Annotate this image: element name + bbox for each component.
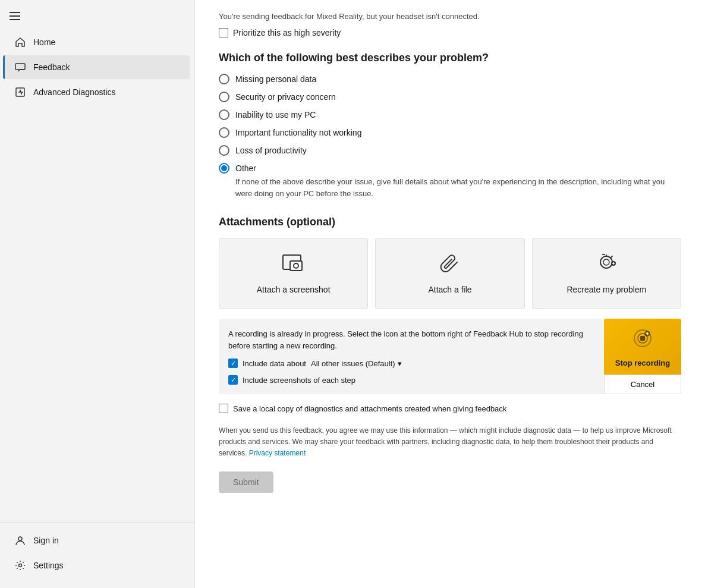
sidebar-item-advanced-diagnostics[interactable]: Advanced Diagnostics <box>5 80 190 104</box>
feedback-icon <box>14 61 26 73</box>
include-data-dropdown[interactable]: All other issues (Default) ▾ <box>311 359 402 368</box>
svg-point-5 <box>18 537 22 540</box>
save-copy-label: Save a local copy of diagnostics and att… <box>233 404 506 413</box>
severity-checkbox[interactable] <box>219 28 228 37</box>
stop-recording-icon <box>631 326 654 355</box>
svg-point-10 <box>600 256 612 268</box>
include-screenshots-row: Include screenshots of each step <box>228 375 595 385</box>
radio-circle-other <box>219 163 229 174</box>
hamburger-menu[interactable] <box>0 5 194 29</box>
radio-label-functionality: Important functionality not working <box>235 128 361 137</box>
svg-point-6 <box>19 564 22 567</box>
radio-important-functionality[interactable]: Important functionality not working <box>219 127 681 138</box>
sidebar-item-settings-label: Settings <box>33 561 64 570</box>
sidebar: Home Feedback Advanced Diagnostics <box>0 0 195 588</box>
attachments-heading: Attachments (optional) <box>219 216 681 228</box>
attach-file-label: Attach a file <box>428 285 471 294</box>
cancel-button[interactable]: Cancel <box>604 375 681 394</box>
svg-rect-0 <box>10 12 20 13</box>
attach-file-button[interactable]: Attach a file <box>375 238 524 309</box>
radio-inability[interactable]: Inability to use my PC <box>219 109 681 120</box>
radio-label-productivity: Loss of productivity <box>235 146 307 155</box>
recording-message: A recording is already in progress. Sele… <box>228 328 595 351</box>
other-description: If none of the above describe your issue… <box>235 176 681 199</box>
diagnostics-icon <box>14 86 26 98</box>
include-data-checkbox[interactable] <box>228 359 238 368</box>
radio-label-missing: Missing personal data <box>235 74 316 84</box>
radio-loss-productivity[interactable]: Loss of productivity <box>219 145 681 156</box>
radio-circle-missing <box>219 74 229 84</box>
save-copy-checkbox[interactable] <box>219 404 228 413</box>
svg-rect-2 <box>10 19 20 20</box>
radio-circle-productivity <box>219 145 229 156</box>
sidebar-item-sign-in[interactable]: Sign in <box>5 529 190 552</box>
screenshot-icon <box>282 253 306 279</box>
attach-screenshot-label: Attach a screenshot <box>257 285 331 294</box>
settings-icon <box>14 559 26 571</box>
radio-label-inability: Inability to use my PC <box>235 110 316 120</box>
radio-circle-functionality <box>219 127 229 138</box>
sidebar-bottom: Sign in Settings <box>0 522 194 583</box>
attach-screenshot-button[interactable]: Attach a screenshot <box>219 238 368 309</box>
privacy-link[interactable]: Privacy statement <box>249 449 306 457</box>
include-screenshots-checkbox[interactable] <box>228 375 238 385</box>
svg-rect-19 <box>640 336 645 341</box>
sidebar-item-home[interactable]: Home <box>5 30 190 54</box>
recreate-problem-label: Recreate my problem <box>566 285 646 294</box>
severity-label: Prioritize this as high severity <box>233 28 341 37</box>
radio-group: Missing personal data Security or privac… <box>219 74 681 199</box>
sidebar-item-advanced-diagnostics-label: Advanced Diagnostics <box>33 87 116 97</box>
include-data-label: Include data about <box>243 359 306 368</box>
problem-heading: Which of the following best describes yo… <box>219 52 681 64</box>
svg-rect-3 <box>15 64 25 70</box>
radio-other-container: Other If none of the above describe your… <box>219 163 681 199</box>
home-icon <box>14 36 26 48</box>
sidebar-nav: Home Feedback Advanced Diagnostics <box>0 29 194 522</box>
radio-security-privacy[interactable]: Security or privacy concern <box>219 92 681 102</box>
radio-label-other: Other <box>235 163 256 173</box>
file-icon <box>439 253 461 279</box>
stop-recording-button[interactable]: Stop recording <box>604 319 681 375</box>
submit-button[interactable]: Submit <box>219 471 273 493</box>
attachments-row: Attach a screenshot Attach a file <box>219 238 681 309</box>
person-icon <box>14 534 26 546</box>
svg-point-11 <box>603 259 609 265</box>
stop-recording-container: Stop recording Cancel <box>604 319 681 394</box>
sidebar-item-home-label: Home <box>33 37 55 47</box>
top-message: You're sending feedback for Mixed Realit… <box>219 12 681 21</box>
sidebar-item-sign-in-label: Sign in <box>33 536 59 545</box>
radio-label-security: Security or privacy concern <box>235 92 336 102</box>
sidebar-item-feedback[interactable]: Feedback <box>3 55 190 79</box>
radio-other[interactable]: Other <box>219 163 681 174</box>
save-copy-row: Save a local copy of diagnostics and att… <box>219 404 681 413</box>
severity-row: Prioritize this as high severity <box>219 28 681 37</box>
legal-text: When you send us this feedback, you agre… <box>219 425 681 460</box>
include-data-row: Include data about All other issues (Def… <box>228 359 595 368</box>
radio-missing-personal-data[interactable]: Missing personal data <box>219 74 681 84</box>
radio-circle-inability <box>219 109 229 120</box>
stop-recording-label: Stop recording <box>615 359 670 367</box>
main-content: You're sending feedback for Mixed Realit… <box>195 0 705 588</box>
svg-rect-8 <box>290 261 302 271</box>
include-screenshots-label: Include screenshots of each step <box>243 376 355 385</box>
svg-rect-1 <box>10 15 20 17</box>
sidebar-item-settings[interactable]: Settings <box>5 554 190 577</box>
sidebar-item-feedback-label: Feedback <box>33 62 70 72</box>
recording-area: A recording is already in progress. Sele… <box>219 319 681 394</box>
recreate-problem-button[interactable]: Recreate my problem <box>532 238 681 309</box>
svg-line-13 <box>611 256 612 257</box>
chevron-down-icon: ▾ <box>398 359 402 368</box>
radio-circle-security <box>219 92 229 102</box>
include-data-value: All other issues (Default) <box>311 359 395 368</box>
recreate-icon <box>594 253 618 279</box>
